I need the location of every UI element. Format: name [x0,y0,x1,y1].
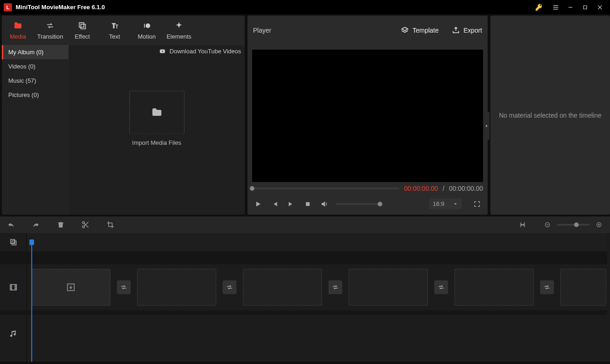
tab-elements-label: Elements [167,33,191,40]
sidebar-item-videos[interactable]: Videos (0) [2,59,69,74]
audio-track[interactable] [27,315,607,353]
edit-toolbar [0,216,610,233]
sidebar-item-label: Pictures (0) [8,91,39,98]
template-button[interactable]: Template [401,26,439,34]
properties-empty-message: No material selected on the timeline [499,112,602,119]
sparkle-icon [174,21,184,30]
add-track-icon [9,238,17,246]
add-track-button[interactable] [0,233,27,251]
template-label: Template [413,27,439,34]
crop-button[interactable] [106,220,115,229]
next-frame-button[interactable] [286,199,296,209]
clip-placeholder[interactable] [455,269,534,306]
delete-button[interactable] [56,220,65,229]
tab-elements[interactable]: Elements [163,16,195,45]
motion-icon [142,21,151,30]
aspect-ratio-dropdown[interactable]: 16:9 [429,199,462,209]
sidebar-item-label: Videos (0) [8,63,35,70]
current-time: 00:00:00.00 [404,185,438,192]
export-button[interactable]: Export [452,26,482,34]
prev-frame-button[interactable] [270,199,280,209]
license-key-icon[interactable] [532,0,547,14]
svg-rect-7 [79,23,84,27]
zoom-out-button[interactable] [543,220,552,229]
swap-icon [226,284,233,291]
download-youtube-label: Download YouTube Videos [170,48,241,55]
volume-button[interactable] [319,199,329,209]
fit-timeline-button[interactable] [518,220,527,229]
transition-slot[interactable] [117,280,131,294]
tab-motion[interactable]: Motion [131,16,163,45]
tab-transition[interactable]: Transition [34,16,66,45]
sidebar-item-music[interactable]: Music (57) [2,74,69,88]
chevron-right-icon [484,124,489,128]
svg-rect-8 [81,24,86,28]
aspect-ratio-value: 16:9 [433,200,444,207]
transition-slot[interactable] [223,280,236,294]
tab-effect-label: Effect [75,33,90,40]
clip-placeholder[interactable] [243,269,322,306]
app-icon: L [4,3,12,11]
minimize-button[interactable] [563,0,578,14]
media-area: Download YouTube Videos Import Media Fil… [69,45,245,215]
svg-point-9 [146,23,150,28]
top-tabs: Media Transition Effect Text Motion Elem… [2,16,245,45]
stop-button[interactable] [303,199,313,209]
swap-icon [543,284,551,291]
transition-slot[interactable] [434,280,448,294]
timeline-ruler[interactable] [27,233,607,251]
preview-viewport [252,50,483,182]
export-label: Export [464,27,482,34]
split-button[interactable] [81,220,90,229]
tab-text[interactable]: Text [98,16,131,45]
sidebar-item-my-album[interactable]: My Album (0) [2,45,69,59]
svg-rect-11 [306,202,310,205]
chevron-down-icon [453,201,458,207]
tab-media[interactable]: Media [2,16,34,45]
text-icon [110,21,119,30]
panel-collapse-button[interactable] [483,112,490,140]
layers-icon [78,21,87,30]
swap-icon [332,284,339,291]
youtube-icon [159,49,166,54]
sidebar-item-label: Music (57) [8,77,36,84]
time-separator: / [443,185,444,192]
import-media-button[interactable]: Import Media Files [129,91,184,146]
svg-rect-21 [10,284,17,290]
player-panel: Player Template Export 00:00:00.00 / 00:… [247,16,488,215]
timeline [0,233,610,362]
close-button[interactable] [593,0,607,14]
zoom-in-button[interactable] [594,220,604,229]
tab-effect[interactable]: Effect [66,16,98,45]
zoom-slider[interactable] [557,224,590,226]
maximize-button[interactable] [578,0,593,14]
film-icon [9,283,17,291]
import-media-label: Import Media Files [129,139,184,146]
menu-icon[interactable] [548,0,563,14]
media-category-list: My Album (0) Videos (0) Music (57) Pictu… [2,45,69,215]
media-panel: Media Transition Effect Text Motion Elem… [2,16,245,215]
player-heading: Player [253,27,271,34]
video-track-icon [0,264,27,310]
clip-placeholder[interactable] [560,269,606,306]
download-youtube-link[interactable]: Download YouTube Videos [159,48,241,55]
transition-slot[interactable] [328,280,342,294]
play-button[interactable] [253,199,263,209]
playhead[interactable] [31,243,32,362]
svg-rect-4 [584,6,587,9]
sidebar-item-pictures[interactable]: Pictures (0) [2,88,69,102]
video-track[interactable] [27,264,607,310]
undo-button[interactable] [6,220,16,229]
clip-placeholder[interactable] [31,269,110,306]
redo-button[interactable] [31,220,40,229]
properties-panel: No material selected on the timeline [490,16,610,215]
clip-placeholder[interactable] [137,269,216,306]
volume-slider[interactable] [336,203,380,205]
seek-slider[interactable] [252,188,399,189]
titlebar: L MiniTool MovieMaker Free 6.1.0 [0,0,610,14]
swap-icon [120,284,127,291]
clip-placeholder[interactable] [349,269,428,306]
music-icon [9,330,17,338]
transition-slot[interactable] [540,280,554,294]
fullscreen-button[interactable] [472,199,482,209]
